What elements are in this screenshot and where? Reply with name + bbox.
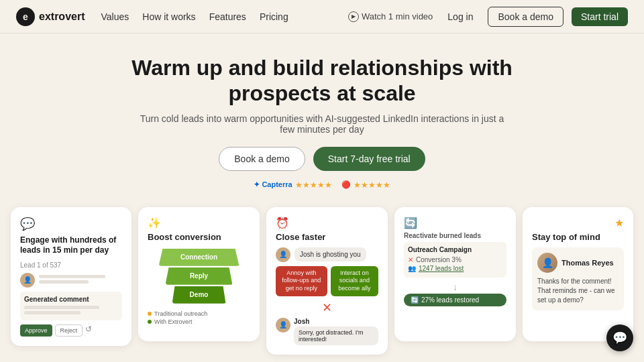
boost-icon: ✨ [148,217,250,229]
thomas-header: 👤 Thomas Reyes [537,253,619,273]
topmind-title: Stay top of mind [532,232,624,242]
funnel-connection: Connection [159,249,239,266]
funnel: Connection Reply Demo [148,249,250,304]
arrow-down: ↓ [404,282,506,292]
hero-title: Warm up and build relationships with pro… [87,55,557,107]
label-traditional: Traditional outreach [148,310,250,317]
dot-orange [148,312,152,316]
hero-subtitle: Turn cold leads into warm opportunities … [134,113,510,135]
nav-links: Values How it works Features Pricing [101,11,331,22]
comment-box: Generated comment [20,292,122,320]
action-buttons: Approve Reject ↺ [20,324,122,337]
navbar: e extrovert Values How it works Features… [0,0,644,34]
reject-button[interactable]: Reject [55,324,83,337]
reactivate-icon: 🔄 [404,217,417,229]
card-engage: 💬 Engage with hundreds of leads in 15 mi… [11,207,131,346]
nav-pricing[interactable]: Pricing [260,11,288,22]
reply-bubble: Sorry, got distracted. I'm interested! [294,326,378,345]
watch-label: Watch 1 min video [362,11,433,21]
watch-video[interactable]: ▶ Watch 1 min video [348,11,433,22]
choice-good: Interact on socials and become ally [331,266,378,296]
x-icon: ✕ [276,300,378,315]
ghosting-row: 👤 Josh is ghosting you [276,247,378,262]
josh-avatar: 👤 [276,247,290,262]
reply-avatar: 👤 [276,318,290,333]
card-reactivate: 🔄 Reactivate burned leads Outreach Campa… [394,207,516,341]
card-boost: ✨ Boost conversion Connection Reply Demo… [138,207,260,341]
hero-buttons: Book a demo Start 7-day free trial [13,147,631,171]
card-close: ⏰ Close faster 👤 Josh is ghosting you An… [266,207,388,355]
cards-row: 💬 Engage with hundreds of leads in 15 mi… [0,200,644,362]
play-icon: ▶ [348,11,359,22]
ratings-row: ✦ Capterra ★★★★★ 🔴 ★★★★★ [13,180,631,190]
label-extrovert: With Extrovert [148,318,250,325]
ghosting-bubble: Josh is ghosting you [294,247,366,261]
reply-name: Josh [294,318,378,325]
reactivate-title: Reactivate burned leads [404,232,506,239]
hero-section: Warm up and build relationships with pro… [0,34,644,200]
comment-line-2 [24,311,80,314]
funnel-demo: Demo [172,286,226,304]
star-wrap: ★ [532,217,624,229]
ph-label: 🔴 [341,180,351,189]
engage-icon: 💬 [20,217,122,231]
conv-row: ✕ Conversion 3% [408,256,502,263]
thomas-avatar: 👤 [537,253,557,273]
nav-how[interactable]: How it works [142,11,195,22]
engage-title: Engage with hundreds of leads in 15 min … [20,235,122,256]
login-button[interactable]: Log in [441,7,480,26]
capterra-label: ✦ Capterra [254,180,292,189]
capterra-stars: ★★★★★ [295,180,332,190]
funnel-labels: Traditional outreach With Extrovert [148,310,250,325]
comment-label: Generated comment [24,296,118,303]
capterra-rating: ✦ Capterra ★★★★★ [254,180,331,190]
restored-icon: 🔄 [411,296,419,304]
thomas-card: 👤 Thomas Reyes Thanks for the comment! T… [532,247,624,310]
people-icon: 👥 [408,265,416,272]
boost-title: Boost conversion [148,232,250,242]
lead-avatar: 👤 [20,273,35,288]
comment-line-1 [24,306,99,309]
traditional-label: Traditional outreach [154,310,207,317]
extrovert-label: With Extrovert [154,318,193,325]
restored-badge: 🔄 27% leads restored [404,294,506,306]
ph-rating: 🔴 ★★★★★ [341,180,390,190]
leads-lost: 1247 leads lost [419,265,464,272]
card-topmind: ★ Stay top of mind 👤 Thomas Reyes Thanks… [523,207,633,341]
lead-row: 👤 [20,273,122,288]
hero-trial-button[interactable]: Start 7-day free trial [313,147,425,171]
lead-text-lines [39,275,122,286]
close-icon: ⏰ [276,217,289,229]
outreach-title: Outreach Campaign [408,246,502,253]
nav-right: ▶ Watch 1 min video Log in Book a demo S… [348,7,628,27]
nav-values[interactable]: Values [101,11,129,22]
funnel-reply: Reply [166,267,233,285]
conv-label: Conversion 3% [416,256,462,263]
text-line-1 [39,275,105,278]
choice-row: Annoy with follow-ups and get no reply I… [276,266,378,296]
nav-trial-button[interactable]: Start trial [572,7,628,26]
refresh-icon[interactable]: ↺ [85,324,92,337]
logo-text: extrovert [39,11,85,23]
star-icon: ★ [614,217,624,229]
conv-icon: ✕ [408,256,413,263]
lead-counter: Lead 1 of 537 [20,261,122,269]
close-title: Close faster [276,232,378,242]
logo-icon: e [16,7,35,26]
text-line-2 [39,280,89,284]
ph-stars: ★★★★★ [354,180,390,190]
nav-demo-button[interactable]: Book a demo [488,7,564,27]
dot-green [148,320,152,324]
choice-bad: Annoy with follow-ups and get no reply [276,266,327,296]
thomas-msg: Thanks for the comment! That reminds me … [537,277,619,305]
leads-lost-row: 👥 1247 leads lost [408,265,502,272]
thomas-name: Thomas Reyes [561,259,614,267]
approve-button[interactable]: Approve [20,324,52,337]
nav-features[interactable]: Features [209,11,246,22]
outreach-box: Outreach Campaign ✕ Conversion 3% 👥 1247… [404,242,506,278]
hero-demo-button[interactable]: Book a demo [219,147,305,171]
chat-bubble[interactable]: 💬 [606,324,633,351]
logo[interactable]: e extrovert [16,7,85,26]
restored-label: 27% leads restored [421,296,479,304]
reply-row: 👤 Josh Sorry, got distracted. I'm intere… [276,318,378,345]
